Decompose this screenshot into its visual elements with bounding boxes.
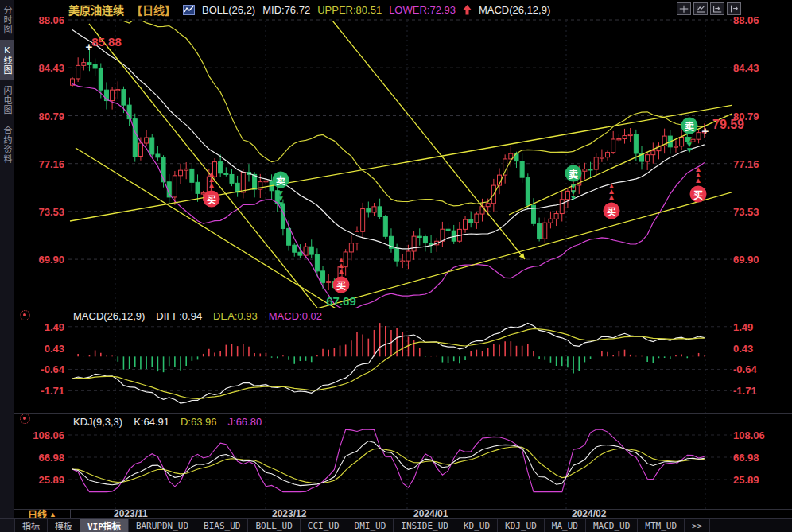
indicator-tab[interactable]: KD_UD [456, 519, 498, 532]
kdj-pane-header: KDJ(9,3,3) K:64.91 D:63.96 J:66.80 [73, 416, 262, 428]
kdj-indicator-marker-icon[interactable] [20, 414, 30, 424]
macd-name-label: MACD(26,12,9) [73, 310, 145, 322]
indicator-tab[interactable]: BARUPDN_UD [129, 519, 196, 532]
crosshair-icon[interactable] [677, 2, 691, 15]
indicator-tab[interactable]: 指标 [15, 519, 48, 532]
chart-toolbar [677, 2, 741, 15]
kdj-d-value: D:63.96 [181, 416, 217, 428]
boll-lower-value: LOWER:72.93 [389, 4, 456, 16]
indicator-tab[interactable]: 模板 [48, 519, 80, 532]
pane-move-icon[interactable] [727, 2, 741, 15]
macd-settings-label: MACD(26,12,9) [479, 4, 550, 16]
indicator-tab[interactable]: INSIDE_UD [394, 519, 456, 532]
period-up-arrow-icon: ▲ [49, 511, 56, 518]
kdj-k-value: K:64.91 [134, 416, 169, 428]
indicator-tab[interactable]: >> [685, 519, 710, 532]
indicator-tab[interactable]: MA_UD [545, 519, 586, 532]
horizontal-gridlines [68, 20, 732, 480]
boll-settings-label: BOLL(26,2) [202, 4, 255, 16]
chart-header: 美原油连续 【日线】 BOLL(26,2) MID:76.72 UPPER:80… [14, 0, 792, 19]
chart-canvas [0, 0, 792, 532]
up-arrow-icon [463, 5, 472, 15]
y-axis-scale-icon[interactable] [710, 2, 724, 15]
macd-bar-value: MACD:0.02 [269, 310, 322, 322]
sidebar-item-option[interactable]: 合约资料 [0, 120, 14, 169]
chart-type-sidebar: 分时图K线图闪电图合约资料 [0, 0, 14, 518]
indicator-tab[interactable]: MTM_UD [638, 519, 685, 532]
indicator-tab[interactable]: KDJ_UD [498, 519, 545, 532]
indicator-tab[interactable]: BOLL_UD [248, 519, 300, 532]
vertical-gridlines [115, 21, 705, 509]
sidebar-item-selected[interactable]: K线图 [0, 40, 14, 80]
boll-mid-value: MID:76.72 [262, 4, 310, 16]
indicator-tab[interactable]: BIAS_UD [196, 519, 248, 532]
macd-diff-value: DIFF:0.94 [156, 310, 202, 322]
indicator-tab[interactable]: VIP指标 [80, 519, 129, 532]
boll-upper-value: UPPER:80.51 [317, 4, 382, 16]
indicator-tab[interactable]: CCI_UD [301, 519, 347, 532]
kdj-name-label: KDJ(9,3,3) [73, 416, 122, 428]
sidebar-item-option[interactable]: 闪电图 [0, 80, 14, 120]
line-chart-icon [183, 5, 195, 15]
macd-pane-header: MACD(26,12,9) DIFF:0.94 DEA:0.93 MACD:0.… [73, 310, 322, 322]
indicator-tab[interactable]: MACD_UD [586, 519, 638, 532]
sidebar-item-option[interactable]: 分时图 [0, 0, 14, 40]
indicator-tab[interactable]: DMI_UD [347, 519, 394, 532]
kdj-series [72, 429, 705, 491]
x-axis-scale-icon[interactable] [693, 2, 708, 15]
macd-dea-value: DEA:0.93 [213, 310, 258, 322]
period-tag: 【日线】 [131, 2, 176, 17]
macd-indicator-marker-icon[interactable] [20, 310, 30, 320]
symbol-title: 美原油连续 [68, 2, 124, 17]
indicator-tab-bar: 指标模板VIP指标BARUPDN_UDBIAS_UDBOLL_UDCCI_UDD… [0, 518, 792, 532]
trading-app-window: 分时图K线图闪电图合约资料 美原油连续 【日线】 BOLL(26,2) MID:… [0, 0, 792, 532]
tabbar-corner [0, 519, 15, 532]
kdj-j-value: J:66.80 [228, 416, 262, 428]
